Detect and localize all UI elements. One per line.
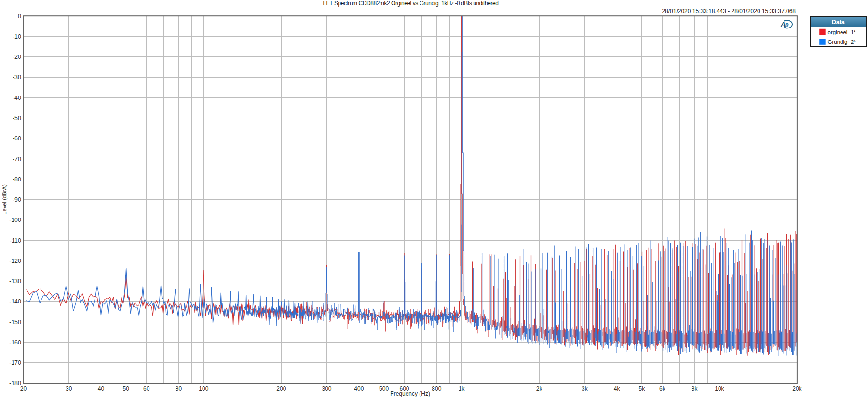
svg-text:-110: -110 [10, 237, 21, 244]
svg-text:60: 60 [143, 385, 150, 392]
svg-text:40: 40 [98, 385, 105, 392]
svg-text:Data: Data [832, 19, 845, 26]
svg-text:-120: -120 [9, 258, 21, 264]
svg-text:-140: -140 [9, 298, 21, 305]
svg-text:30: 30 [66, 385, 72, 392]
svg-text:Grundig: Grundig [828, 39, 848, 45]
svg-text:Frequency (Hz): Frequency (Hz) [390, 390, 430, 397]
svg-text:300: 300 [322, 385, 331, 392]
svg-text:10k: 10k [715, 385, 724, 392]
svg-text:-100: -100 [9, 217, 21, 223]
svg-text:-20: -20 [13, 54, 21, 60]
svg-text:5k: 5k [639, 385, 646, 392]
svg-text:-80: -80 [13, 176, 21, 183]
svg-text:Level (dBrA): Level (dBrA) [1, 184, 7, 215]
svg-text:6k: 6k [659, 385, 666, 392]
svg-text:200: 200 [276, 385, 286, 392]
svg-text:80: 80 [176, 385, 182, 392]
svg-text:-10: -10 [13, 33, 21, 40]
svg-text:-70: -70 [13, 156, 21, 163]
svg-text:2*: 2* [851, 39, 856, 45]
svg-text:500: 500 [379, 385, 389, 392]
svg-text:4k: 4k [614, 385, 621, 392]
svg-text:p: p [785, 21, 789, 28]
svg-text:0: 0 [18, 13, 21, 20]
svg-text:28/01/2020 15:33:18.443 - 28/0: 28/01/2020 15:33:18.443 - 28/01/2020 15:… [662, 8, 796, 14]
svg-text:-30: -30 [13, 74, 21, 81]
svg-text:20: 20 [20, 385, 27, 392]
svg-text:8k: 8k [692, 385, 698, 392]
svg-text:1k: 1k [459, 385, 465, 392]
svg-text:-170: -170 [9, 359, 21, 366]
svg-text:1*: 1* [851, 29, 856, 35]
svg-text:-130: -130 [9, 278, 21, 285]
svg-text:-150: -150 [9, 319, 21, 326]
svg-text:FFT Spectrum CDD882mk2 Orginee: FFT Spectrum CDD882mk2 Orgineel vs Grund… [323, 0, 499, 7]
svg-text:3k: 3k [582, 385, 588, 392]
svg-text:-60: -60 [13, 135, 21, 142]
svg-text:800: 800 [432, 385, 441, 392]
svg-text:-90: -90 [13, 196, 21, 203]
svg-text:400: 400 [354, 385, 364, 392]
svg-text:-50: -50 [13, 115, 21, 122]
svg-text:20k: 20k [792, 385, 802, 392]
svg-text:-160: -160 [9, 339, 21, 346]
svg-text:-180: -180 [9, 380, 21, 386]
svg-text:2k: 2k [536, 385, 543, 392]
svg-text:100: 100 [199, 385, 208, 392]
svg-text:-40: -40 [13, 95, 21, 101]
svg-text:50: 50 [123, 385, 130, 392]
svg-text:orgineel: orgineel [828, 29, 848, 35]
